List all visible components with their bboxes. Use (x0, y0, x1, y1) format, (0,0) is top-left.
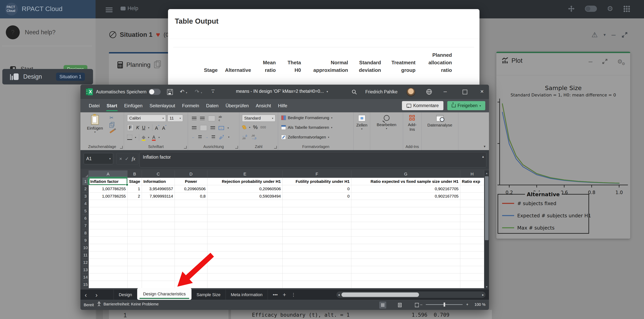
need-help-button[interactable]: ? Need help? (6, 25, 56, 39)
comments-button[interactable]: Kommentare (402, 101, 444, 110)
menu-icon[interactable] (106, 6, 112, 13)
grid-cell[interactable] (128, 274, 142, 281)
ribbon-tab-start[interactable]: Start (103, 99, 121, 112)
scroll-up-icon[interactable]: ▴ (484, 171, 489, 175)
grid-cell[interactable] (128, 222, 142, 229)
help-button[interactable]: Help (120, 5, 138, 11)
user-name[interactable]: Friedrich Pahlke (365, 89, 398, 94)
row-header-7[interactable]: 7 (82, 222, 89, 229)
window-minimize-button[interactable]: – (441, 88, 449, 95)
grid-cell[interactable] (142, 200, 175, 207)
grid-cell[interactable] (207, 251, 282, 259)
grid-cell[interactable] (460, 185, 484, 193)
theme-toggle[interactable] (585, 5, 597, 12)
column-header-E[interactable]: E (207, 170, 282, 178)
increase-indent-icon[interactable]: → (205, 135, 208, 139)
comma-format-button[interactable]: 000 (260, 126, 266, 129)
fill-color-icon[interactable] (142, 135, 145, 140)
grid-cell[interactable] (175, 200, 207, 207)
row-header-3[interactable]: 3 (82, 193, 89, 200)
zoom-out-button[interactable]: – (420, 302, 422, 307)
grid-cell[interactable] (175, 229, 207, 237)
grid-cell[interactable] (351, 281, 460, 288)
ribbon-tab-datei[interactable]: Datei (85, 99, 103, 112)
add-sheet-icon[interactable]: + (283, 292, 286, 298)
grid-cell[interactable] (460, 200, 484, 207)
dialog-launcher-icon[interactable] (184, 146, 187, 149)
grid-cell[interactable] (128, 237, 142, 244)
horizontal-scrollbar[interactable]: ◂ ▸ (336, 292, 486, 298)
grid-cell[interactable] (351, 259, 460, 266)
conditional-formatting-button[interactable]: Bedingte Formatierung▾ (281, 115, 332, 120)
apps-grid-icon[interactable] (623, 5, 630, 12)
grid-cell[interactable] (128, 259, 142, 266)
grid-cell[interactable] (128, 244, 142, 251)
grid-cell[interactable] (207, 229, 282, 237)
grid-cell[interactable] (207, 237, 282, 244)
grid-cell[interactable] (128, 207, 142, 215)
grid-cell[interactable]: Futility probability under H1 (282, 178, 351, 185)
grid-cell[interactable] (207, 200, 282, 207)
grid-cell[interactable] (351, 222, 460, 229)
grid-cell[interactable] (142, 207, 175, 215)
underline-dropdown-icon[interactable]: ▾ (148, 126, 150, 129)
font-size-select[interactable]: 11▾ (168, 115, 183, 122)
grid-cell[interactable] (142, 237, 175, 244)
formula-cancel-icon[interactable]: × (120, 156, 122, 162)
merge-center-icon[interactable]: ↔ (218, 126, 224, 130)
redo-button[interactable]: ↷ ▾ (195, 88, 202, 95)
grid-cell[interactable]: Inflation factor (89, 178, 128, 185)
addins-button[interactable]: Add- Ins (403, 115, 421, 132)
grid-cell[interactable] (460, 281, 484, 288)
sheet-menu-icon[interactable]: ⋮ (291, 292, 296, 298)
column-header-D[interactable]: D (175, 170, 207, 178)
wrap-text-icon[interactable]: abc (218, 115, 222, 122)
formula-enter-icon[interactable]: ✓ (125, 156, 129, 162)
font-color-dropdown-icon[interactable]: ▾ (158, 136, 160, 139)
copy-icon[interactable] (154, 62, 160, 68)
grid-cell[interactable]: 0,902167705 (351, 185, 460, 193)
grid-cell[interactable] (175, 244, 207, 251)
grid-cell[interactable] (282, 200, 351, 207)
grid-cell[interactable]: 2 (128, 193, 142, 200)
grid-cell[interactable] (128, 281, 142, 288)
grid-cell[interactable]: 0,902167705 (351, 193, 460, 200)
grid-cell[interactable] (128, 251, 142, 259)
grid-cell[interactable] (175, 215, 207, 222)
search-icon[interactable] (351, 89, 357, 95)
vertical-scrollbar[interactable]: ▴ ▾ (484, 170, 489, 290)
grid-cell[interactable] (282, 274, 351, 281)
format-painter-icon[interactable] (110, 129, 114, 133)
paste-button[interactable]: Einfügen ▾ (86, 115, 104, 133)
grid-cell[interactable] (460, 222, 484, 229)
grid-cell[interactable] (282, 259, 351, 266)
page-layout-view-button[interactable] (396, 302, 403, 309)
scroll-left-icon[interactable]: ◂ (338, 293, 340, 297)
document-title[interactable]: means - IN design 'OF' kMax=2 thetaH0=0.… (224, 89, 340, 94)
row-header-5[interactable]: 5 (82, 207, 89, 215)
grid-cell[interactable]: Information (142, 178, 175, 185)
copy-cells-icon[interactable] (110, 123, 113, 128)
grid-cell[interactable] (89, 215, 128, 222)
shrink-font-button[interactable]: Aˇ (162, 125, 166, 131)
grid-cell[interactable] (460, 229, 484, 237)
warning-icon[interactable]: ⚠ (592, 31, 598, 39)
grid-cell[interactable] (89, 244, 128, 251)
scroll-right-icon[interactable]: ▸ (482, 293, 484, 297)
normal-view-button[interactable] (379, 302, 386, 309)
borders-icon[interactable] (127, 135, 132, 140)
row-header-9[interactable]: 9 (82, 237, 89, 244)
avatar[interactable] (406, 87, 415, 96)
row-header-11[interactable]: 11 (82, 251, 89, 259)
grid-cell[interactable]: 1,007786255 (89, 193, 128, 200)
column-header-F[interactable]: F (282, 170, 351, 178)
fill-color-dropdown-icon[interactable]: ▾ (148, 136, 150, 139)
grid-cell[interactable] (89, 207, 128, 215)
grid-cell[interactable] (142, 222, 175, 229)
align-bottom-icon[interactable] (208, 116, 215, 121)
favorite-heart-icon[interactable]: ♥ (156, 31, 160, 39)
grid-cell[interactable] (460, 259, 484, 266)
sidebar-item-design[interactable]: Design Situation 1 (2, 69, 93, 84)
grid-cell[interactable] (89, 259, 128, 266)
row-header-12[interactable]: 12 (82, 259, 89, 266)
